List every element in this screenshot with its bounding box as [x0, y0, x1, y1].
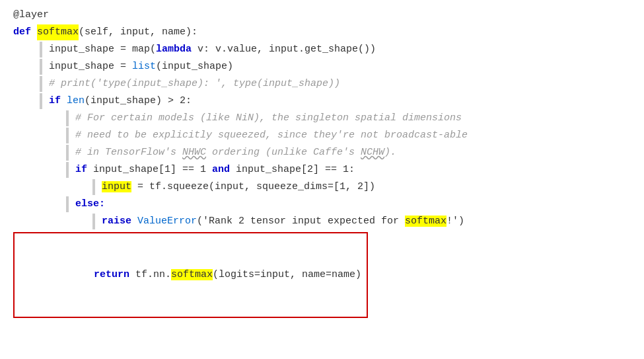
line-map: input_shape = map(lambda v: v.value, inp… — [40, 41, 644, 58]
line-list: input_shape = list(input_shape) — [40, 58, 644, 75]
comment-squeeze-text: # need to be explicitly squeezed, since … — [75, 128, 468, 143]
line-comment-tf: # in TensorFlow's NHWC ordering (unlike … — [66, 144, 644, 161]
if-len-text: if len(input_shape) > 2: — [49, 93, 192, 109]
line-map-text: input_shape = map(lambda v: v.value, inp… — [49, 42, 376, 58]
line-comment-nin: # For certain models (like NiN), the sin… — [66, 110, 644, 127]
indent-bar-5 — [66, 110, 69, 126]
else-text: else: — [75, 196, 105, 212]
func-name-highlighted: softmax — [37, 24, 79, 40]
indent-bar-7 — [66, 145, 69, 161]
keyword-def: def — [13, 24, 37, 40]
line-comment-print: # print('type(input_shape): ', type(inpu… — [40, 75, 644, 93]
return-box: return tf.nn.softmax(logits=input, name=… — [13, 232, 368, 318]
raise-text: raise ValueError('Rank 2 tensor input ex… — [102, 214, 464, 229]
comment-print-text: # print('type(input_shape): ', type(inpu… — [49, 76, 340, 92]
line-decorator: @layer — [13, 7, 644, 24]
line-if-shape: if input_shape[1] == 1 and input_shape[2… — [66, 161, 644, 179]
line-squeeze: input = tf.squeeze(input, squeeze_dims=[… — [92, 179, 644, 196]
indent-bar-9 — [92, 179, 95, 195]
line-list-text: input_shape = list(input_shape) — [49, 59, 233, 75]
if-shape-text: if input_shape[1] == 1 and input_shape[2… — [75, 162, 355, 178]
line-comment-squeeze: # need to be explicitly squeezed, since … — [66, 127, 644, 144]
indent-bar-2 — [40, 59, 42, 75]
comment-tf-text: # in TensorFlow's NHWC ordering (unlike … — [75, 145, 396, 161]
return-text: return tf.nn.softmax(logits=input, name=… — [20, 269, 361, 296]
indent-bar-4 — [40, 93, 42, 109]
indent-bar-10 — [66, 196, 69, 212]
line-else: else: — [66, 196, 644, 213]
indent-bar-3 — [40, 76, 42, 92]
line-def: def softmax(self, input, name): — [13, 24, 644, 41]
squeeze-text: input = tf.squeeze(input, squeeze_dims=[… — [102, 179, 375, 195]
line-return: return tf.nn.softmax(logits=input, name=… — [13, 231, 644, 319]
indent-bar — [40, 42, 42, 58]
line-raise: raise ValueError('Rank 2 tensor input ex… — [92, 213, 644, 230]
indent-bar-8 — [66, 162, 69, 178]
comment-nin-text: # For certain models (like NiN), the sin… — [75, 110, 462, 126]
code-container: @layer def softmax(self, input, name): i… — [0, 0, 644, 325]
indent-bar-6 — [66, 128, 69, 143]
decorator-text: @layer — [13, 7, 49, 23]
indent-bar-11 — [92, 214, 95, 229]
def-params: (self, input, name): — [79, 24, 197, 40]
line-if-len: if len(input_shape) > 2: — [40, 93, 644, 110]
